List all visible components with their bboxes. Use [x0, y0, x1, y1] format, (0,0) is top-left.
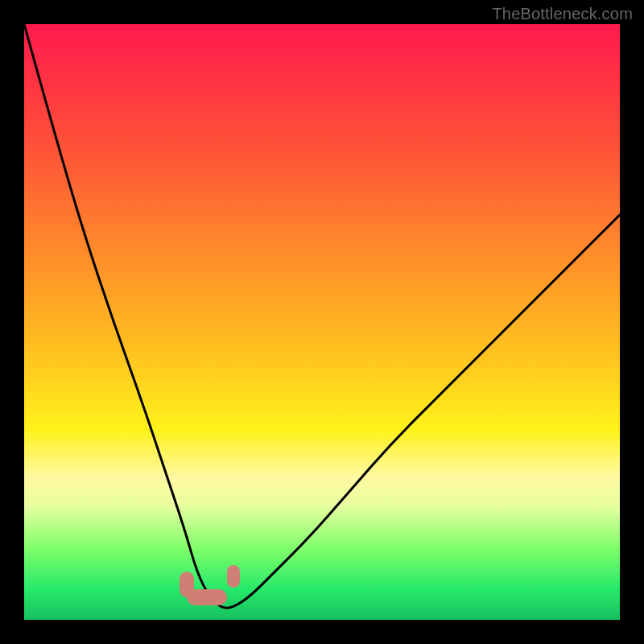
chart-frame: TheBottleneck.com [0, 0, 644, 644]
watermark-text: TheBottleneck.com [492, 5, 633, 23]
accent-blob-bottom [187, 589, 227, 605]
bottleneck-curve-path [24, 24, 620, 608]
accent-blob-right [227, 565, 240, 588]
plot-area [24, 24, 620, 620]
curve-layer [24, 24, 620, 620]
